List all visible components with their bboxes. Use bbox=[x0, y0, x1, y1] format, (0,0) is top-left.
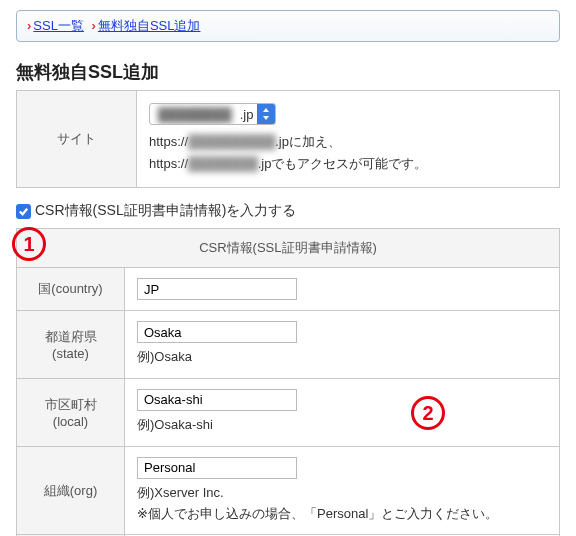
caret-icon: › bbox=[27, 18, 31, 33]
breadcrumb: ›SSL一覧 ›無料独自SSL追加 bbox=[16, 10, 560, 42]
local-input[interactable] bbox=[137, 389, 297, 411]
domain-select[interactable]: ████████ .jp bbox=[149, 103, 276, 125]
breadcrumb-link-ssl-list[interactable]: SSL一覧 bbox=[33, 18, 84, 33]
site-cell: ████████ .jp https://██████████.jpに加え、 h… bbox=[137, 91, 560, 188]
state-hint: 例)Osaka bbox=[137, 347, 547, 368]
org-input[interactable] bbox=[137, 457, 297, 479]
local-label: 市区町村 (local) bbox=[17, 378, 125, 446]
csr-checkbox-row: CSR情報(SSL証明書申請情報)を入力する bbox=[16, 202, 560, 220]
org-label: 組織(org) bbox=[17, 446, 125, 535]
org-cell: 例)Xserver Inc. ※個人でお申し込みの場合、「Personal」とご… bbox=[125, 446, 560, 535]
breadcrumb-link-add-ssl[interactable]: 無料独自SSL追加 bbox=[98, 18, 201, 33]
org-hint: 例)Xserver Inc. ※個人でお申し込みの場合、「Personal」とご… bbox=[137, 483, 547, 525]
annotation-circle-1: 1 bbox=[12, 227, 46, 261]
page-title: 無料独自SSL追加 bbox=[16, 60, 560, 84]
site-label: サイト bbox=[17, 91, 137, 188]
country-input[interactable] bbox=[137, 278, 297, 300]
chevron-updown-icon bbox=[257, 103, 275, 125]
csr-section-header: CSR情報(SSL証明書申請情報) bbox=[17, 229, 560, 268]
state-label: 都道府県 (state) bbox=[17, 311, 125, 379]
domain-select-tld: .jp bbox=[240, 107, 258, 122]
site-description: https://██████████.jpに加え、 https://██████… bbox=[149, 131, 547, 175]
local-cell: 例)Osaka-shi bbox=[125, 378, 560, 446]
csr-checkbox-label: CSR情報(SSL証明書申請情報)を入力する bbox=[35, 202, 296, 220]
state-cell: 例)Osaka bbox=[125, 311, 560, 379]
country-label: 国(country) bbox=[17, 268, 125, 311]
country-cell bbox=[125, 268, 560, 311]
local-hint: 例)Osaka-shi bbox=[137, 415, 547, 436]
caret-icon: › bbox=[92, 18, 96, 33]
state-input[interactable] bbox=[137, 321, 297, 343]
csr-checkbox[interactable] bbox=[16, 204, 31, 219]
site-table: サイト ████████ .jp https://██████████.jpに加… bbox=[16, 90, 560, 188]
annotation-circle-2: 2 bbox=[411, 396, 445, 430]
csr-table: CSR情報(SSL証明書申請情報) 国(country) 都道府県 (state… bbox=[16, 228, 560, 536]
domain-select-value: ████████ bbox=[150, 107, 240, 122]
